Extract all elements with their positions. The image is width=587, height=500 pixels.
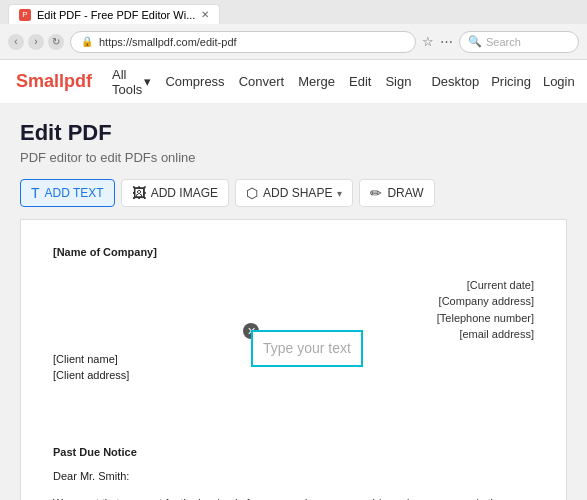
pdf-past-due-notice: Past Due Notice	[53, 444, 534, 461]
pdf-current-date: [Current date]	[53, 277, 534, 294]
pdf-document-container: [Name of Company] [Current date] [Compan…	[20, 219, 567, 500]
logo[interactable]: Smallpdf	[16, 71, 92, 92]
search-bar[interactable]: 🔍 Search	[459, 31, 579, 53]
nav-compress[interactable]: Compress	[165, 74, 224, 89]
forward-button[interactable]: ›	[28, 34, 44, 50]
address-text: https://smallpdf.com/edit-pdf	[99, 36, 237, 48]
browser-bar: ‹ › ↻ 🔒 https://smallpdf.com/edit-pdf ☆ …	[0, 24, 587, 60]
nav-convert[interactable]: Convert	[239, 74, 285, 89]
address-bar[interactable]: 🔒 https://smallpdf.com/edit-pdf	[70, 31, 416, 53]
browser-icons: ☆ ⋯	[422, 34, 453, 49]
nav-right: Desktop Pricing Login SIGN UP	[431, 60, 587, 104]
page-title: Edit PDF	[20, 120, 567, 146]
draw-icon: ✏	[370, 185, 382, 201]
nav-login[interactable]: Login	[543, 74, 575, 89]
add-shape-label: ADD SHAPE	[263, 186, 332, 200]
nav-links: All Tools ▾ Compress Convert Merge Edit …	[112, 67, 411, 97]
pdf-body-text: We regret that payment for the invoice (…	[53, 495, 534, 501]
text-icon: T	[31, 185, 40, 201]
add-shape-button[interactable]: ⬡ ADD SHAPE ▾	[235, 179, 353, 207]
tab-favicon: P	[19, 9, 31, 21]
reload-button[interactable]: ↻	[48, 34, 64, 50]
nav-edit[interactable]: Edit	[349, 74, 371, 89]
nav-desktop[interactable]: Desktop	[431, 74, 479, 89]
image-icon: 🖼	[132, 185, 146, 201]
shape-dropdown-icon: ▾	[337, 188, 342, 199]
draw-button[interactable]: ✏ DRAW	[359, 179, 434, 207]
page-subtitle: PDF editor to edit PDFs online	[20, 150, 567, 165]
search-placeholder: Search	[486, 36, 521, 48]
tab-bar: P Edit PDF - Free PDF Editor Wi... ✕	[0, 0, 587, 24]
page-content: Edit PDF PDF editor to edit PDFs online …	[0, 104, 587, 500]
pdf-company-address: [Company address]	[53, 293, 534, 310]
nav-sign[interactable]: Sign	[385, 74, 411, 89]
nav-all-tools[interactable]: All Tools ▾	[112, 67, 151, 97]
add-image-button[interactable]: 🖼 ADD IMAGE	[121, 179, 229, 207]
browser-controls: ‹ › ↻	[8, 34, 64, 50]
secure-icon: 🔒	[81, 36, 93, 47]
add-text-button[interactable]: T ADD TEXT	[20, 179, 115, 207]
search-icon: 🔍	[468, 35, 482, 48]
bookmark-icon[interactable]: ☆	[422, 34, 434, 49]
pdf-telephone: [Telephone number]	[53, 310, 534, 327]
pdf-document: [Name of Company] [Current date] [Compan…	[20, 219, 567, 500]
logo-text: Smallpdf	[16, 71, 92, 91]
tab-close-icon[interactable]: ✕	[201, 9, 209, 20]
nav-pricing[interactable]: Pricing	[491, 74, 531, 89]
tab-title: Edit PDF - Free PDF Editor Wi...	[37, 9, 195, 21]
pdf-client-address: [Client address]	[53, 367, 534, 384]
chevron-down-icon: ▾	[144, 74, 151, 89]
add-text-label: ADD TEXT	[45, 186, 104, 200]
text-box-placeholder: Type your text	[263, 338, 351, 359]
menu-icon[interactable]: ⋯	[440, 34, 453, 49]
shape-icon: ⬡	[246, 185, 258, 201]
browser-tab[interactable]: P Edit PDF - Free PDF Editor Wi... ✕	[8, 4, 220, 24]
add-image-label: ADD IMAGE	[151, 186, 218, 200]
pdf-salutation: Dear Mr. Smith:	[53, 468, 534, 485]
pdf-text-input-box[interactable]: Type your text	[251, 330, 363, 367]
editor-toolbar: T ADD TEXT 🖼 ADD IMAGE ⬡ ADD SHAPE ▾ ✏ D…	[20, 179, 567, 207]
main-nav: Smallpdf All Tools ▾ Compress Convert Me…	[0, 60, 587, 104]
nav-merge[interactable]: Merge	[298, 74, 335, 89]
pdf-company-name: [Name of Company]	[53, 244, 534, 261]
draw-label: DRAW	[387, 186, 423, 200]
back-button[interactable]: ‹	[8, 34, 24, 50]
